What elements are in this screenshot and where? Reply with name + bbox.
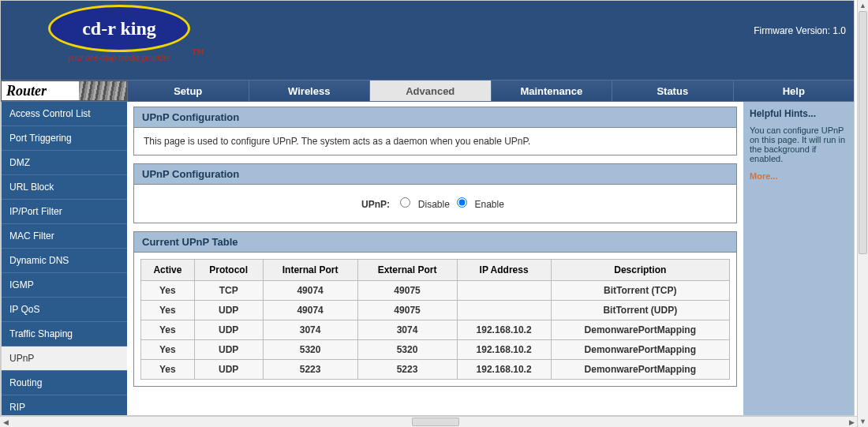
sidebar: Access Control ListPort TriggeringDMZURL… (1, 102, 127, 415)
vertical-scrollbar[interactable]: ▲ ▼ (857, 0, 868, 427)
tab-setup[interactable]: Setup (127, 81, 249, 101)
table-panel: Current UPnP Table ActiveProtocolInterna… (133, 231, 737, 387)
table-cell: BitTorrent (UDP) (551, 301, 729, 320)
sidebar-item-ip-port-filter[interactable]: IP/Port Filter (2, 200, 127, 224)
table-cell: Yes (141, 340, 195, 360)
table-cell: 192.168.10.2 (457, 340, 551, 360)
tab-advanced[interactable]: Advanced (369, 81, 491, 101)
table-row: YesUDP4907449075BitTorrent (UDP) (141, 301, 730, 320)
table-cell: Yes (141, 281, 195, 301)
sidebar-item-port-triggering[interactable]: Port Triggering (2, 126, 127, 151)
table-cell: 3074 (357, 320, 457, 340)
table-cell: 49074 (263, 281, 357, 301)
table-cell: Yes (141, 320, 195, 340)
hscroll-thumb[interactable] (412, 418, 459, 426)
sidebar-item-rip[interactable]: RIP (2, 395, 127, 415)
table-cell (457, 301, 551, 320)
router-text: Router (6, 83, 47, 99)
table-row: YesUDP52235223192.168.10.2DemonwarePortM… (141, 360, 730, 380)
intro-title: UPnP Configuration (134, 107, 736, 128)
table-cell: 49074 (263, 301, 357, 320)
column-header: Description (551, 260, 729, 281)
config-panel: UPnP Configuration UPnP: Disable Enable (133, 163, 737, 223)
table-cell: 5320 (263, 340, 357, 360)
table-cell: UDP (194, 301, 263, 320)
table-cell: UDP (194, 340, 263, 360)
hscroll-track[interactable] (11, 417, 846, 427)
column-header: Protocol (194, 260, 263, 281)
table-cell: Yes (141, 301, 195, 320)
upnp-radio-row: UPnP: Disable Enable (144, 193, 727, 215)
table-row: YesUDP30743074192.168.10.2DemonwarePortM… (141, 320, 730, 340)
firmware-version: Firmware Version: 1.0 (754, 25, 846, 36)
table-cell: DemonwarePortMapping (551, 320, 729, 340)
column-header: Active (141, 260, 195, 281)
upnp-label: UPnP: (361, 199, 390, 210)
hints-more-link[interactable]: More... (750, 171, 847, 181)
logo-trademark: TM (192, 47, 204, 56)
router-stripes-decoration (79, 81, 126, 100)
upnp-disable-radio[interactable] (400, 197, 410, 208)
sidebar-item-dmz[interactable]: DMZ (2, 151, 127, 175)
hints-title: Helpful Hints... (750, 108, 847, 119)
table-cell: BitTorrent (TCP) (551, 281, 729, 301)
router-label: Router (1, 81, 127, 101)
vscroll-thumb[interactable] (859, 11, 867, 254)
tab-wireless[interactable]: Wireless (249, 81, 370, 101)
table-row: YesTCP4907449075BitTorrent (TCP) (141, 281, 730, 301)
sidebar-item-url-block[interactable]: URL Block (2, 175, 127, 200)
hints-text: You can configure UPnP on this page. It … (750, 125, 847, 163)
logo-text: cd-r king (82, 18, 156, 39)
table-cell: UDP (194, 360, 263, 380)
table-cell: 5223 (263, 360, 357, 380)
body-row: Access Control ListPort TriggeringDMZURL… (1, 102, 854, 415)
intro-text: This page is used to configure UPnP. The… (134, 128, 736, 155)
config-title: UPnP Configuration (134, 164, 736, 185)
table-cell: Yes (141, 360, 195, 380)
tab-status[interactable]: Status (612, 81, 733, 101)
upnp-disable-label[interactable]: Disable (418, 199, 450, 210)
logo-oval: cd-r king TM (48, 5, 190, 52)
page-header: cd-r king TM your one-stop media provide… (1, 1, 854, 80)
vscroll-track[interactable] (858, 11, 868, 416)
intro-panel: UPnP Configuration This page is used to … (133, 107, 737, 155)
table-cell: 192.168.10.2 (457, 320, 551, 340)
brand-logo: cd-r king TM your one-stop media provide… (48, 5, 190, 62)
sidebar-item-routing[interactable]: Routing (2, 371, 127, 395)
sidebar-item-dynamic-dns[interactable]: Dynamic DNS (2, 249, 127, 273)
column-header: External Port (357, 260, 457, 281)
sidebar-item-mac-filter[interactable]: MAC Filter (2, 224, 127, 249)
hints-column: Helpful Hints... You can configure UPnP … (743, 102, 854, 415)
table-cell: 3074 (263, 320, 357, 340)
column-header: IP Address (457, 260, 551, 281)
sidebar-item-ip-qos[interactable]: IP QoS (2, 298, 127, 322)
table-cell: TCP (194, 281, 263, 301)
top-nav: Router SetupWirelessAdvancedMaintenanceS… (1, 80, 854, 102)
horizontal-scrollbar[interactable]: ◀ ▶ (0, 416, 857, 427)
scroll-right-icon[interactable]: ▶ (846, 417, 857, 428)
table-title: Current UPnP Table (134, 232, 736, 253)
table-cell: UDP (194, 320, 263, 340)
table-cell: 49075 (357, 281, 457, 301)
table-cell: 192.168.10.2 (457, 360, 551, 380)
sidebar-item-traffic-shaping[interactable]: Traffic Shaping (2, 322, 127, 346)
table-cell (457, 281, 551, 301)
scroll-up-icon[interactable]: ▲ (858, 0, 868, 11)
sidebar-item-upnp[interactable]: UPnP (2, 346, 127, 371)
logo-tagline: your one-stop media provider (48, 54, 190, 62)
sidebar-item-access-control-list[interactable]: Access Control List (2, 102, 127, 126)
table-cell: DemonwarePortMapping (551, 360, 729, 380)
table-cell: 5320 (357, 340, 457, 360)
upnp-enable-radio[interactable] (457, 197, 467, 208)
table-row: YesUDP53205320192.168.10.2DemonwarePortM… (141, 340, 730, 360)
scroll-down-icon[interactable]: ▼ (858, 416, 868, 427)
scroll-left-icon[interactable]: ◀ (0, 417, 11, 428)
table-cell: 49075 (357, 301, 457, 320)
tab-maintenance[interactable]: Maintenance (491, 81, 612, 101)
sidebar-item-igmp[interactable]: IGMP (2, 273, 127, 298)
upnp-enable-label[interactable]: Enable (475, 199, 504, 210)
main-content: UPnP Configuration This page is used to … (127, 102, 743, 415)
tab-help[interactable]: Help (733, 81, 855, 101)
upnp-table: ActiveProtocolInternal PortExternal Port… (140, 259, 730, 380)
table-cell: DemonwarePortMapping (551, 340, 729, 360)
